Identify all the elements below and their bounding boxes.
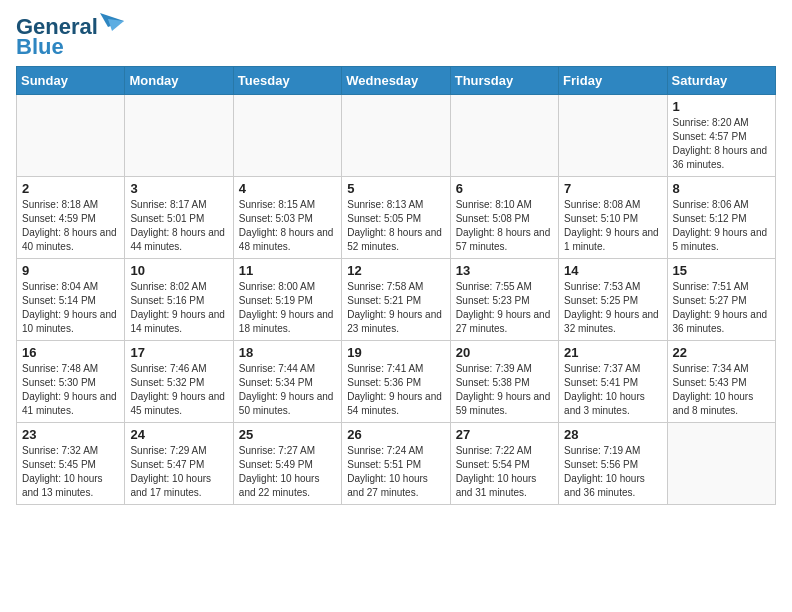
day-number: 23 <box>22 427 119 442</box>
day-number: 12 <box>347 263 444 278</box>
day-number: 14 <box>564 263 661 278</box>
day-info: Sunrise: 7:55 AM Sunset: 5:23 PM Dayligh… <box>456 280 553 336</box>
day-cell <box>450 95 558 177</box>
col-header-saturday: Saturday <box>667 67 775 95</box>
day-cell: 23Sunrise: 7:32 AM Sunset: 5:45 PM Dayli… <box>17 423 125 505</box>
logo-blue: Blue <box>16 36 124 58</box>
col-header-thursday: Thursday <box>450 67 558 95</box>
day-cell: 13Sunrise: 7:55 AM Sunset: 5:23 PM Dayli… <box>450 259 558 341</box>
day-info: Sunrise: 8:00 AM Sunset: 5:19 PM Dayligh… <box>239 280 336 336</box>
day-info: Sunrise: 7:37 AM Sunset: 5:41 PM Dayligh… <box>564 362 661 418</box>
day-cell <box>125 95 233 177</box>
day-cell: 12Sunrise: 7:58 AM Sunset: 5:21 PM Dayli… <box>342 259 450 341</box>
col-header-tuesday: Tuesday <box>233 67 341 95</box>
day-info: Sunrise: 8:17 AM Sunset: 5:01 PM Dayligh… <box>130 198 227 254</box>
day-cell <box>17 95 125 177</box>
day-info: Sunrise: 8:13 AM Sunset: 5:05 PM Dayligh… <box>347 198 444 254</box>
day-info: Sunrise: 7:19 AM Sunset: 5:56 PM Dayligh… <box>564 444 661 500</box>
day-info: Sunrise: 8:18 AM Sunset: 4:59 PM Dayligh… <box>22 198 119 254</box>
week-row-3: 9Sunrise: 8:04 AM Sunset: 5:14 PM Daylig… <box>17 259 776 341</box>
day-cell: 16Sunrise: 7:48 AM Sunset: 5:30 PM Dayli… <box>17 341 125 423</box>
day-info: Sunrise: 7:48 AM Sunset: 5:30 PM Dayligh… <box>22 362 119 418</box>
day-cell: 28Sunrise: 7:19 AM Sunset: 5:56 PM Dayli… <box>559 423 667 505</box>
day-info: Sunrise: 7:39 AM Sunset: 5:38 PM Dayligh… <box>456 362 553 418</box>
day-cell: 8Sunrise: 8:06 AM Sunset: 5:12 PM Daylig… <box>667 177 775 259</box>
day-number: 26 <box>347 427 444 442</box>
day-number: 5 <box>347 181 444 196</box>
calendar-table: SundayMondayTuesdayWednesdayThursdayFrid… <box>16 66 776 505</box>
day-info: Sunrise: 8:10 AM Sunset: 5:08 PM Dayligh… <box>456 198 553 254</box>
day-number: 1 <box>673 99 770 114</box>
day-number: 10 <box>130 263 227 278</box>
day-info: Sunrise: 8:04 AM Sunset: 5:14 PM Dayligh… <box>22 280 119 336</box>
day-info: Sunrise: 7:22 AM Sunset: 5:54 PM Dayligh… <box>456 444 553 500</box>
day-number: 4 <box>239 181 336 196</box>
day-info: Sunrise: 7:53 AM Sunset: 5:25 PM Dayligh… <box>564 280 661 336</box>
day-cell <box>667 423 775 505</box>
day-cell <box>559 95 667 177</box>
day-cell: 26Sunrise: 7:24 AM Sunset: 5:51 PM Dayli… <box>342 423 450 505</box>
day-cell <box>342 95 450 177</box>
day-cell: 7Sunrise: 8:08 AM Sunset: 5:10 PM Daylig… <box>559 177 667 259</box>
col-header-monday: Monday <box>125 67 233 95</box>
logo-bird-icon <box>100 13 124 35</box>
day-number: 16 <box>22 345 119 360</box>
day-cell: 11Sunrise: 8:00 AM Sunset: 5:19 PM Dayli… <box>233 259 341 341</box>
day-number: 18 <box>239 345 336 360</box>
day-number: 25 <box>239 427 336 442</box>
day-info: Sunrise: 7:51 AM Sunset: 5:27 PM Dayligh… <box>673 280 770 336</box>
day-cell: 5Sunrise: 8:13 AM Sunset: 5:05 PM Daylig… <box>342 177 450 259</box>
day-info: Sunrise: 7:46 AM Sunset: 5:32 PM Dayligh… <box>130 362 227 418</box>
week-row-4: 16Sunrise: 7:48 AM Sunset: 5:30 PM Dayli… <box>17 341 776 423</box>
week-row-5: 23Sunrise: 7:32 AM Sunset: 5:45 PM Dayli… <box>17 423 776 505</box>
day-number: 3 <box>130 181 227 196</box>
col-header-sunday: Sunday <box>17 67 125 95</box>
day-cell: 1Sunrise: 8:20 AM Sunset: 4:57 PM Daylig… <box>667 95 775 177</box>
week-row-2: 2Sunrise: 8:18 AM Sunset: 4:59 PM Daylig… <box>17 177 776 259</box>
day-cell <box>233 95 341 177</box>
day-cell: 27Sunrise: 7:22 AM Sunset: 5:54 PM Dayli… <box>450 423 558 505</box>
day-cell: 14Sunrise: 7:53 AM Sunset: 5:25 PM Dayli… <box>559 259 667 341</box>
day-number: 11 <box>239 263 336 278</box>
day-info: Sunrise: 8:02 AM Sunset: 5:16 PM Dayligh… <box>130 280 227 336</box>
page-header: General Blue <box>16 16 776 58</box>
day-info: Sunrise: 7:29 AM Sunset: 5:47 PM Dayligh… <box>130 444 227 500</box>
day-number: 8 <box>673 181 770 196</box>
svg-marker-1 <box>108 19 124 31</box>
day-number: 9 <box>22 263 119 278</box>
day-number: 13 <box>456 263 553 278</box>
day-cell: 19Sunrise: 7:41 AM Sunset: 5:36 PM Dayli… <box>342 341 450 423</box>
day-number: 21 <box>564 345 661 360</box>
day-number: 22 <box>673 345 770 360</box>
day-number: 6 <box>456 181 553 196</box>
day-info: Sunrise: 7:41 AM Sunset: 5:36 PM Dayligh… <box>347 362 444 418</box>
day-info: Sunrise: 8:20 AM Sunset: 4:57 PM Dayligh… <box>673 116 770 172</box>
day-cell: 20Sunrise: 7:39 AM Sunset: 5:38 PM Dayli… <box>450 341 558 423</box>
day-cell: 18Sunrise: 7:44 AM Sunset: 5:34 PM Dayli… <box>233 341 341 423</box>
day-number: 24 <box>130 427 227 442</box>
day-info: Sunrise: 8:06 AM Sunset: 5:12 PM Dayligh… <box>673 198 770 254</box>
day-info: Sunrise: 7:44 AM Sunset: 5:34 PM Dayligh… <box>239 362 336 418</box>
day-cell: 2Sunrise: 8:18 AM Sunset: 4:59 PM Daylig… <box>17 177 125 259</box>
day-info: Sunrise: 7:32 AM Sunset: 5:45 PM Dayligh… <box>22 444 119 500</box>
day-info: Sunrise: 8:08 AM Sunset: 5:10 PM Dayligh… <box>564 198 661 254</box>
day-cell: 9Sunrise: 8:04 AM Sunset: 5:14 PM Daylig… <box>17 259 125 341</box>
day-cell: 10Sunrise: 8:02 AM Sunset: 5:16 PM Dayli… <box>125 259 233 341</box>
day-cell: 6Sunrise: 8:10 AM Sunset: 5:08 PM Daylig… <box>450 177 558 259</box>
col-header-friday: Friday <box>559 67 667 95</box>
day-cell: 4Sunrise: 8:15 AM Sunset: 5:03 PM Daylig… <box>233 177 341 259</box>
day-number: 7 <box>564 181 661 196</box>
day-info: Sunrise: 7:27 AM Sunset: 5:49 PM Dayligh… <box>239 444 336 500</box>
day-cell: 22Sunrise: 7:34 AM Sunset: 5:43 PM Dayli… <box>667 341 775 423</box>
day-number: 17 <box>130 345 227 360</box>
day-number: 28 <box>564 427 661 442</box>
day-cell: 25Sunrise: 7:27 AM Sunset: 5:49 PM Dayli… <box>233 423 341 505</box>
day-cell: 3Sunrise: 8:17 AM Sunset: 5:01 PM Daylig… <box>125 177 233 259</box>
day-cell: 17Sunrise: 7:46 AM Sunset: 5:32 PM Dayli… <box>125 341 233 423</box>
col-header-wednesday: Wednesday <box>342 67 450 95</box>
day-cell: 21Sunrise: 7:37 AM Sunset: 5:41 PM Dayli… <box>559 341 667 423</box>
logo: General Blue <box>16 16 124 58</box>
day-number: 2 <box>22 181 119 196</box>
day-number: 20 <box>456 345 553 360</box>
day-info: Sunrise: 7:34 AM Sunset: 5:43 PM Dayligh… <box>673 362 770 418</box>
